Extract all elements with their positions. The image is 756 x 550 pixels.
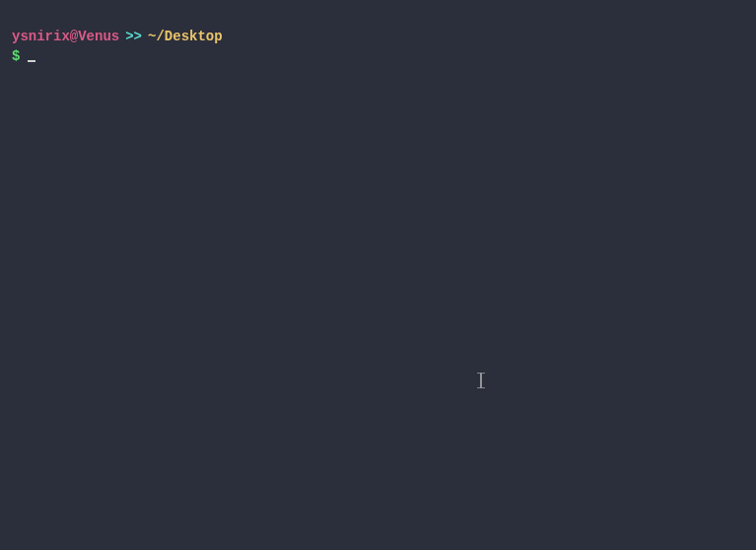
- user-host: ysnirix@Venus: [12, 28, 119, 47]
- terminal-window[interactable]: ysnirix@Venus >> ~/Desktop $: [0, 0, 756, 550]
- prompt-line-2: $: [12, 47, 744, 67]
- current-path: ~/Desktop: [148, 28, 223, 47]
- prompt-line-1: ysnirix@Venus >> ~/Desktop: [12, 28, 744, 47]
- prompt-separator: >>: [125, 28, 142, 47]
- prompt-symbol: $: [12, 47, 20, 67]
- ibeam-cursor-icon: [477, 373, 485, 388]
- input-cursor: [28, 60, 35, 62]
